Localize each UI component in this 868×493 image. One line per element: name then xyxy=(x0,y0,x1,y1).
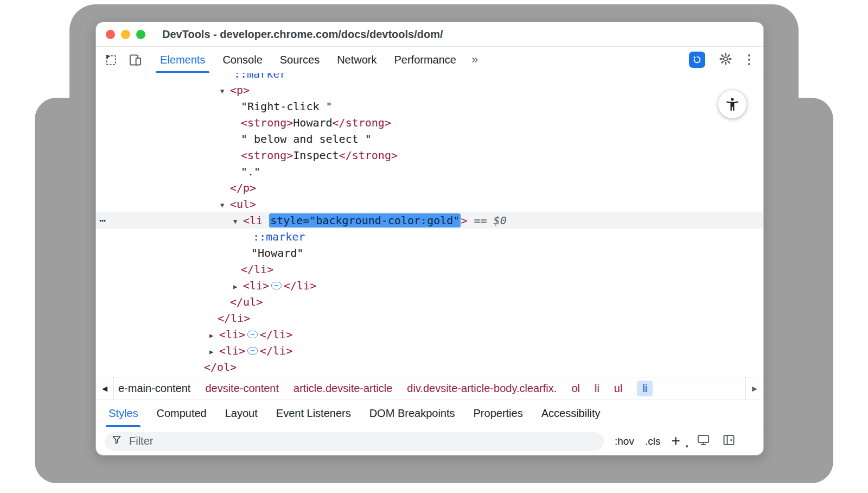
dom-line[interactable]: ::marker xyxy=(96,73,763,82)
panel-tab-properties[interactable]: Properties xyxy=(464,400,532,427)
breadcrumb-item-ul[interactable]: ul xyxy=(614,382,623,395)
dom-line[interactable]: <strong>Inspect</strong> xyxy=(96,147,763,163)
tab-performance[interactable]: Performance xyxy=(386,47,465,73)
toggle-element-state-button[interactable]: :hov xyxy=(615,435,634,447)
dom-token-tag: > xyxy=(461,214,467,227)
expand-ellipsis-button[interactable]: ⋯ xyxy=(271,282,282,289)
dom-line[interactable]: "Howard" xyxy=(96,245,763,261)
dom-line[interactable]: ▶<li>⋯</li> xyxy=(96,277,763,294)
dom-line-selected[interactable]: ⋯▼<li style="background-color:gold"> == … xyxy=(96,212,763,229)
dom-token-tag: <li> xyxy=(243,279,269,292)
breadcrumb-item-li[interactable]: li xyxy=(595,382,599,395)
breadcrumb-item-article-devsite-article[interactable]: article.devsite-article xyxy=(293,382,392,395)
dom-token-tag: </ul> xyxy=(230,295,263,308)
breadcrumb-item-ol[interactable]: ol xyxy=(571,382,580,395)
dom-token-text: Howard xyxy=(293,116,332,129)
dom-token-tag: </strong> xyxy=(339,149,398,162)
expand-arrow-icon[interactable]: ▶ xyxy=(209,327,219,344)
panel-tab-computed[interactable]: Computed xyxy=(147,400,215,427)
expand-ellipsis-button[interactable]: ⋯ xyxy=(247,331,258,338)
filter-input[interactable]: Filter xyxy=(105,432,604,451)
kebab-menu-icon[interactable] xyxy=(746,52,753,68)
collapse-arrow-icon[interactable]: ▼ xyxy=(220,197,230,213)
dom-token-attr: style="background-color:gold" xyxy=(269,213,461,227)
dom-token-text: "Howard" xyxy=(251,246,303,260)
rendering-monitor-icon[interactable] xyxy=(696,433,711,450)
dom-token-pseudo: ::marker xyxy=(253,230,305,243)
device-toolbar-icon[interactable] xyxy=(128,53,143,67)
dom-token-tag: <li> xyxy=(219,344,245,357)
panel-tab-styles[interactable]: Styles xyxy=(99,400,147,427)
panel-tab-accessibility[interactable]: Accessibility xyxy=(532,400,610,427)
dom-line[interactable]: " below and select " xyxy=(96,131,763,147)
inspect-icon[interactable] xyxy=(104,53,118,67)
close-window-button[interactable] xyxy=(106,30,115,39)
dom-line[interactable]: ▼<ul> xyxy=(96,196,763,212)
dom-tree[interactable]: ::marker▼<p>"Right-click "<strong>Howard… xyxy=(96,73,763,377)
dom-token-tag: <li xyxy=(243,214,269,227)
breadcrumb-item-div-devsite-article-body-clearfix-[interactable]: div.devsite-article-body.clearfix. xyxy=(407,382,557,395)
more-tabs-chevron[interactable]: » xyxy=(465,47,484,73)
dom-line[interactable]: ::marker xyxy=(96,229,763,245)
dom-token-tag: </li> xyxy=(241,263,273,276)
row-menu-dots-icon[interactable]: ⋯ xyxy=(99,212,106,229)
dom-line[interactable]: </p> xyxy=(96,180,763,196)
dom-line[interactable]: "Right-click " xyxy=(96,98,763,115)
settings-gear-icon[interactable] xyxy=(718,52,733,68)
breadcrumb-item-li[interactable]: li xyxy=(637,381,653,396)
dom-line[interactable]: ▶<li>⋯</li> xyxy=(96,343,763,359)
filter-placeholder: Filter xyxy=(129,435,153,447)
minimize-window-button[interactable] xyxy=(121,30,130,39)
expand-ellipsis-button[interactable]: ⋯ xyxy=(247,347,258,355)
window-title: DevTools - developer.chrome.com/docs/dev… xyxy=(162,28,443,41)
titlebar: DevTools - developer.chrome.com/docs/dev… xyxy=(96,22,763,47)
dom-token-tag: </p> xyxy=(230,181,256,194)
dom-line[interactable]: </li> xyxy=(96,261,763,277)
collapse-arrow-icon[interactable]: ▼ xyxy=(220,83,230,99)
tab-network[interactable]: Network xyxy=(328,47,385,73)
breadcrumb-item-devsite-content[interactable]: devsite-content xyxy=(205,382,279,395)
dom-line[interactable]: <strong>Howard</strong> xyxy=(96,115,763,131)
dom-token-tag: <ul> xyxy=(230,198,256,211)
breadcrumb-items: e-main-contentdevsite-contentarticle.dev… xyxy=(114,377,745,400)
breadcrumb-scroll-left-icon[interactable]: ◀ xyxy=(96,377,114,400)
new-style-rule-button[interactable]: + ▾ xyxy=(671,433,685,450)
dom-token-tag: <strong> xyxy=(241,116,293,129)
panel-tabs: StylesComputedLayoutEvent ListenersDOM B… xyxy=(96,400,763,427)
sync-icon[interactable] xyxy=(689,52,705,68)
dom-token-tag: <p> xyxy=(230,84,250,97)
dom-line[interactable]: </li> xyxy=(96,310,763,326)
dom-token-text: Inspect xyxy=(293,149,339,162)
expand-arrow-icon[interactable]: ▶ xyxy=(233,279,243,295)
dom-line[interactable]: </ul> xyxy=(96,294,763,310)
dom-line[interactable]: ▼<p> xyxy=(96,82,763,98)
accessibility-icon[interactable] xyxy=(718,90,746,118)
panel-tab-event-listeners[interactable]: Event Listeners xyxy=(267,400,360,427)
dom-token-text: " below and select " xyxy=(241,132,372,146)
expand-arrow-icon[interactable]: ▶ xyxy=(209,344,219,360)
collapse-arrow-icon[interactable]: ▼ xyxy=(233,213,243,230)
tab-console[interactable]: Console xyxy=(214,47,271,73)
element-classes-button[interactable]: .cls xyxy=(645,435,661,447)
dom-token-tag: <li> xyxy=(219,328,245,341)
dom-line[interactable]: </ol> xyxy=(96,359,763,375)
dom-token-tag: </li> xyxy=(260,328,292,341)
stage: { "titlebar": { "title": "DevTools - dev… xyxy=(0,0,868,493)
breadcrumb-scroll-right-icon[interactable]: ▶ xyxy=(745,377,763,400)
breadcrumb: ◀ e-main-contentdevsite-contentarticle.d… xyxy=(96,377,763,400)
dom-line[interactable]: "." xyxy=(96,163,763,180)
dom-token-tag: </li> xyxy=(218,312,250,325)
dom-token-text: "." xyxy=(241,165,260,178)
devtools-toolbar: ElementsConsoleSourcesNetworkPerformance… xyxy=(96,47,763,73)
dock-side-icon[interactable] xyxy=(722,433,736,450)
dom-token-eq: == xyxy=(467,214,493,227)
panel-tab-layout[interactable]: Layout xyxy=(216,400,267,427)
zoom-window-button[interactable] xyxy=(136,30,145,39)
panel-tab-dom-breakpoints[interactable]: DOM Breakpoints xyxy=(360,400,464,427)
dom-line[interactable]: ▶<li>⋯</li> xyxy=(96,326,763,343)
tab-sources[interactable]: Sources xyxy=(271,47,328,73)
breadcrumb-item-e-main-content[interactable]: e-main-content xyxy=(118,382,190,395)
dom-token-tag: </li> xyxy=(260,344,292,357)
tab-elements[interactable]: Elements xyxy=(151,47,214,73)
dom-token-text: "Right-click " xyxy=(241,100,333,113)
